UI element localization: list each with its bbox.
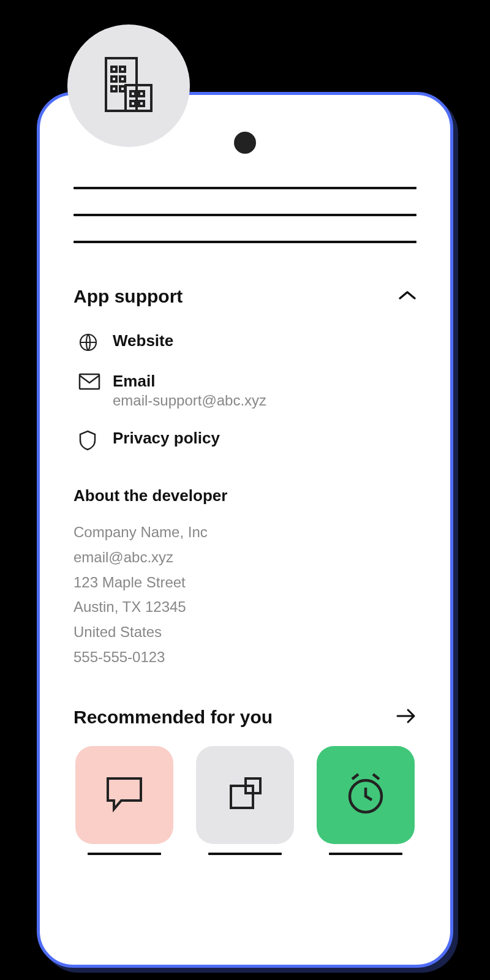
shield-icon [78,430,98,450]
support-email-value: email-support@abc.xyz [113,392,266,409]
description-placeholder [74,187,417,243]
screen-content: App support Website [40,95,450,860]
svg-rect-5 [120,77,125,81]
recommended-title: Recommended for you [74,707,273,728]
support-website-row[interactable]: Website [78,331,417,352]
support-website-label: Website [113,331,173,350]
mail-icon [78,373,98,393]
recommended-header[interactable]: Recommended for you [74,707,417,728]
developer-city: Austin, TX 12345 [74,595,417,620]
developer-phone: 555-555-0123 [74,645,417,670]
app-title-placeholder [329,853,402,855]
app-support-header[interactable]: App support [74,286,417,307]
recommended-app-3[interactable] [314,746,417,860]
svg-rect-7 [120,86,125,91]
app-icon-chat [75,746,173,844]
clock-icon [341,769,390,821]
arrow-right-icon [396,707,417,727]
svg-rect-4 [111,77,116,81]
svg-rect-14 [231,786,253,808]
phone-frame: App support Website [37,92,453,968]
recommended-app-2[interactable] [194,746,296,860]
app-support-title: App support [74,286,183,307]
developer-country: United States [74,620,417,645]
developer-street: 123 Maple Street [74,570,417,595]
support-email-label: Email [113,372,266,391]
recommended-apps [74,746,417,860]
support-privacy-label: Privacy policy [113,429,220,448]
svg-rect-11 [139,101,144,106]
globe-icon [78,333,98,352]
camera-notch [234,132,256,154]
about-developer-text: Company Name, Inc email@abc.xyz 123 Mapl… [74,520,417,670]
app-support-list: Website Email email-support@abc.xyz [74,331,417,450]
svg-rect-9 [139,91,144,96]
buildings-icon [95,51,162,121]
svg-rect-6 [111,86,116,91]
app-title-placeholder [208,853,282,855]
about-developer-title: About the developer [74,486,417,505]
app-icon-clock [317,746,415,844]
svg-rect-13 [80,374,99,389]
copy-icon [224,772,266,818]
app-icon-copy [196,746,294,844]
svg-rect-2 [111,67,116,72]
svg-rect-10 [130,101,135,106]
company-badge [67,24,190,147]
app-title-placeholder [88,853,161,855]
chat-icon [103,772,146,818]
support-privacy-row[interactable]: Privacy policy [78,429,417,450]
developer-email: email@abc.xyz [74,545,417,570]
developer-company: Company Name, Inc [74,520,417,545]
support-email-row[interactable]: Email email-support@abc.xyz [78,372,417,409]
recommended-app-1[interactable] [74,746,176,860]
chevron-up-icon [398,290,417,303]
svg-rect-3 [120,67,125,72]
svg-rect-8 [130,91,135,96]
